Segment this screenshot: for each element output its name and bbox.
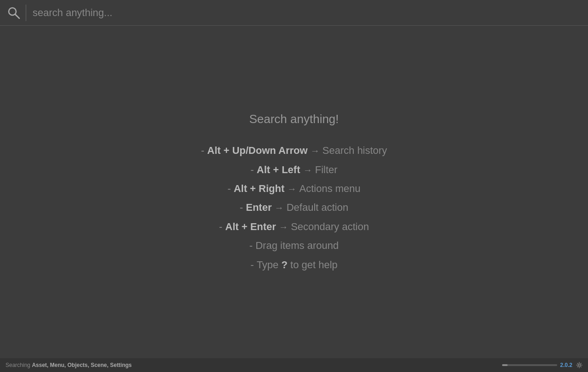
svg-marker-2 xyxy=(15,15,17,17)
dash-3: - xyxy=(227,183,231,194)
help-line-3: - Alt + Right → Actions menu xyxy=(201,180,387,197)
help-line-6: - Drag items around xyxy=(201,237,387,254)
header xyxy=(0,0,588,26)
key-2: Alt + Left xyxy=(257,164,303,175)
action-3: Actions menu xyxy=(299,183,360,194)
svg-point-3 xyxy=(578,364,581,366)
version-progress-fill xyxy=(502,364,508,366)
key-1: Alt + Up/Down Arrow xyxy=(207,145,311,156)
help-line-5: - Alt + Enter → Secondary action xyxy=(201,218,387,235)
footer-searching: Searching Asset, Menu, Objects, Scene, S… xyxy=(6,362,132,368)
version-bar-wrap: 2.0.2 xyxy=(502,362,572,368)
dash-2: - xyxy=(250,164,254,175)
main-content: Search anything! - Alt + Up/Down Arrow →… xyxy=(0,26,588,358)
action-2: Filter xyxy=(315,164,338,175)
key-3: Alt + Right xyxy=(234,183,288,194)
arrow-5: → xyxy=(279,222,288,232)
arrow-4: → xyxy=(275,203,284,213)
action-5: Secondary action xyxy=(291,221,369,232)
help-line-7: - Type ? to get help xyxy=(201,256,387,273)
dash-1: - xyxy=(201,145,204,156)
action-4: Default action xyxy=(287,202,349,213)
search-input[interactable] xyxy=(31,0,582,25)
version-progress-bar xyxy=(502,364,557,366)
help-line-1: - Alt + Up/Down Arrow → Search history xyxy=(201,142,387,159)
search-icon xyxy=(6,6,21,20)
search-separator xyxy=(26,5,26,21)
arrow-1: → xyxy=(311,146,320,156)
action-7-pre: Type xyxy=(257,259,282,271)
searching-label: Searching xyxy=(6,362,30,368)
key-4: Enter xyxy=(246,202,274,213)
help-panel: Search anything! - Alt + Up/Down Arrow →… xyxy=(201,109,387,275)
version-number: 2.0.2 xyxy=(560,362,572,368)
arrow-3: → xyxy=(287,184,296,194)
arrow-2: → xyxy=(303,165,312,175)
action-6: Drag items around xyxy=(255,240,339,251)
dash-7: - xyxy=(250,259,254,271)
footer: Searching Asset, Menu, Objects, Scene, S… xyxy=(0,358,588,372)
dash-6: - xyxy=(249,240,253,251)
help-title: Search anything! xyxy=(201,109,387,129)
gear-icon[interactable] xyxy=(576,362,582,368)
footer-right: 2.0.2 xyxy=(502,362,582,368)
key-5: Alt + Enter xyxy=(225,221,279,232)
question-mark: ? xyxy=(281,259,287,271)
help-line-4: - Enter → Default action xyxy=(201,199,387,216)
help-line-2: - Alt + Left → Filter xyxy=(201,161,387,178)
action-7-post: to get help xyxy=(290,259,338,271)
action-1: Search history xyxy=(322,145,387,156)
dash-4: - xyxy=(240,202,243,213)
dash-5: - xyxy=(219,221,222,232)
searching-scopes: Asset, Menu, Objects, Scene, Settings xyxy=(32,362,131,368)
